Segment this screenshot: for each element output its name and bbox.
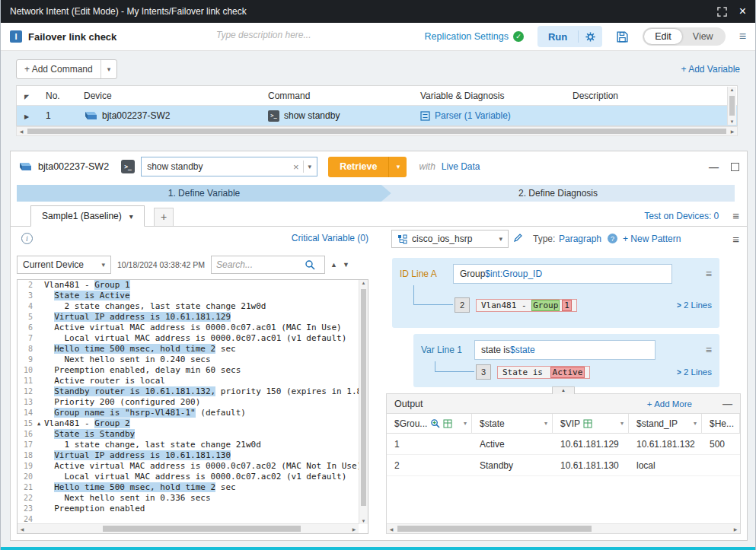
- chevron-down-icon[interactable]: ▾: [694, 420, 697, 427]
- output-hscrollbar[interactable]: ◀ ▶: [387, 523, 740, 533]
- view-toggle[interactable]: View: [682, 29, 724, 44]
- pattern-menu-icon[interactable]: ≡: [732, 233, 739, 246]
- code-line: 22 Next hello sent in 0.336 secs: [18, 493, 368, 504]
- fold-marker-icon[interactable]: ▲: [37, 418, 44, 429]
- line-number: 22: [18, 493, 37, 504]
- retrieve-button[interactable]: Retrieve: [328, 157, 388, 177]
- scrollbar-thumb[interactable]: [27, 129, 726, 134]
- var-line-menu-icon[interactable]: ≡: [706, 344, 712, 356]
- add-sample-tab[interactable]: +: [154, 208, 174, 227]
- chevron-down-icon[interactable]: ▾: [101, 65, 117, 73]
- matched-text: Group name is "hsrp-Vl481-1": [54, 408, 195, 418]
- scrollbar-thumb[interactable]: [361, 289, 366, 506]
- collapse-panel-icon[interactable]: —: [709, 161, 719, 173]
- critical-variable-link[interactable]: Critical Variable (0): [17, 233, 368, 243]
- var-line-input[interactable]: state is $state: [474, 340, 656, 360]
- intent-menu-icon[interactable]: ≡: [739, 30, 746, 43]
- scroll-left-icon[interactable]: ◀: [17, 127, 26, 135]
- sample-menu-icon[interactable]: ≡: [732, 209, 739, 222]
- chevron-down-icon[interactable]: ▾: [464, 420, 467, 427]
- chevron-down-icon[interactable]: ▾: [101, 261, 105, 269]
- next-match-button[interactable]: ▼: [343, 261, 349, 269]
- var-line-match-preview: State is Active: [497, 366, 590, 379]
- scroll-up-icon[interactable]: ▲: [728, 87, 736, 92]
- new-pattern-link[interactable]: + New Pattern: [623, 234, 681, 244]
- output-section: ▲ Output + Add More — $Grou... ▾ $state: [386, 393, 741, 534]
- command-table-vscrollbar[interactable]: ▲ ▼: [727, 87, 736, 125]
- output-col-state[interactable]: $state ▾: [472, 414, 553, 434]
- find-variable-icon[interactable]: [430, 418, 440, 428]
- prev-match-button[interactable]: ▲: [330, 261, 337, 269]
- add-command-button[interactable]: + Add Command ▾: [16, 59, 117, 79]
- output-col-group-id[interactable]: $Grou... ▾: [387, 414, 472, 434]
- command-table-hscrollbar[interactable]: ◀ ▶: [16, 126, 738, 136]
- collapse-all-icon[interactable]: ◤: [24, 94, 29, 100]
- sample-text-editor[interactable]: 2Vlan481 - Group 13 State is Active4 2 s…: [17, 279, 368, 534]
- live-data-link[interactable]: Live Data: [442, 161, 480, 172]
- var-line-expand-link[interactable]: >2 Lines: [677, 367, 712, 377]
- row-variable[interactable]: Parser (1 Variable): [435, 110, 511, 121]
- run-button[interactable]: Run: [537, 31, 578, 43]
- description-input[interactable]: [216, 30, 376, 40]
- pattern-select[interactable]: cisco_ios_hsrp ▾: [391, 230, 509, 248]
- scroll-up-icon[interactable]: ▲: [359, 281, 368, 285]
- match-line-number: 3: [476, 364, 491, 380]
- replication-settings-link[interactable]: Replication Settings ✓: [424, 31, 523, 42]
- scrollbar-thumb[interactable]: [397, 526, 592, 532]
- search-input[interactable]: [216, 259, 305, 270]
- tab-sample1-baseline[interactable]: Sample1 (Baseline) ▾: [30, 205, 145, 227]
- output-col-vip[interactable]: $VIP ▾: [553, 414, 629, 434]
- close-icon[interactable]: ×: [739, 6, 746, 17]
- scroll-down-icon[interactable]: ▼: [728, 119, 736, 124]
- step-define-diagnosis[interactable]: 2. Define Diagnosis: [381, 185, 735, 202]
- code-line: 18 Virtual IP address is 10.61.181.130: [18, 450, 368, 461]
- id-line-expand-link[interactable]: >2 Lines: [677, 300, 712, 310]
- scroll-left-icon[interactable]: ◀: [387, 524, 396, 533]
- step-define-variable[interactable]: 1. Define Variable: [17, 185, 391, 202]
- edit-pattern-icon[interactable]: [513, 233, 523, 245]
- fold-gutter: [37, 312, 44, 323]
- id-line-menu-icon[interactable]: ≡: [706, 268, 712, 280]
- id-line-input[interactable]: Group $int:Group_ID: [453, 264, 672, 284]
- scroll-left-icon[interactable]: ◀: [18, 524, 27, 533]
- sample-source-select[interactable]: Current Device ▾: [17, 256, 111, 274]
- scroll-right-icon[interactable]: ▶: [728, 127, 737, 135]
- minimize-output-icon[interactable]: —: [723, 398, 732, 409]
- scrollbar-thumb[interactable]: [729, 96, 735, 116]
- test-on-devices-link[interactable]: Test on Devices: 0: [644, 211, 719, 221]
- search-icon[interactable]: [305, 259, 315, 270]
- sample-vscrollbar[interactable]: ▲ ▼: [359, 280, 368, 524]
- chevron-down-icon[interactable]: ▾: [544, 420, 547, 427]
- help-icon[interactable]: ?: [608, 234, 617, 243]
- chevron-down-icon[interactable]: ▾: [620, 420, 624, 427]
- output-col-hello[interactable]: $He...: [702, 414, 740, 434]
- table-icon[interactable]: [443, 419, 452, 428]
- add-more-link[interactable]: + Add More: [647, 399, 692, 409]
- scroll-right-icon[interactable]: ▶: [731, 524, 740, 533]
- retrieve-dropdown-button[interactable]: ▾: [388, 157, 407, 177]
- type-value-link[interactable]: Paragraph: [559, 234, 601, 244]
- output-cell: Standby: [472, 455, 553, 476]
- save-icon[interactable]: [616, 30, 629, 43]
- table-icon[interactable]: [583, 419, 592, 428]
- scroll-right-icon[interactable]: ▶: [349, 524, 359, 533]
- maximize-panel-icon[interactable]: [731, 163, 739, 171]
- edit-toggle[interactable]: Edit: [644, 29, 682, 44]
- run-settings-gear-icon[interactable]: [579, 31, 602, 43]
- command-select[interactable]: show standby × ▾: [141, 157, 317, 176]
- chevron-down-icon[interactable]: ▾: [129, 212, 133, 221]
- add-variable-link[interactable]: + Add Variable: [681, 64, 740, 75]
- clear-icon[interactable]: ×: [289, 161, 303, 173]
- device-icon: [84, 111, 97, 121]
- sample-hscrollbar[interactable]: ◀ ▶: [18, 523, 359, 533]
- chevron-down-icon[interactable]: ▾: [308, 163, 312, 170]
- expand-row-icon[interactable]: ▶: [24, 113, 29, 120]
- scrollbar-thumb[interactable]: [103, 526, 301, 532]
- output-col-stand-ip[interactable]: $stand_IP ▾: [629, 414, 702, 434]
- chevron-down-icon[interactable]: ▾: [499, 235, 502, 243]
- sample-timestamp: 10/18/2024 03:38:42 PM: [117, 260, 205, 269]
- scroll-down-icon[interactable]: ▼: [359, 519, 368, 523]
- command-row[interactable]: ▶ 1 bjta002237-SW2 >_ show standby Parse…: [17, 106, 737, 126]
- collapse-output-icon[interactable]: ▲: [552, 386, 575, 394]
- maximize-icon[interactable]: [717, 7, 727, 17]
